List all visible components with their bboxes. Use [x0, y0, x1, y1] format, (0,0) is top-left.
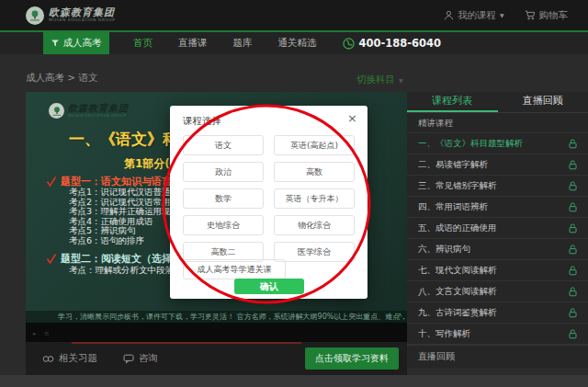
lesson-item-1[interactable]: 一、《语文》科目题型解析 — [407, 133, 588, 154]
nav-link-question-bank[interactable]: 题库 — [220, 37, 266, 50]
service-phone: 400-188-6040 — [343, 37, 442, 50]
breadcrumb: 成人高考 > 语文 — [26, 72, 97, 85]
subject-switch-label: 切换科目 — [356, 74, 395, 86]
tab-live-replay[interactable]: 直播回顾 — [498, 92, 588, 112]
nav-link-featured[interactable]: 通关精选 — [266, 37, 330, 50]
page-footer-strip — [0, 375, 588, 387]
lock-icon — [569, 202, 577, 212]
sidebar-live-replay-section[interactable]: 直播回顾 — [407, 345, 588, 368]
consult-button[interactable]: 咨询 — [123, 352, 158, 365]
confirm-button[interactable]: 确认 — [234, 279, 304, 294]
lesson-item-5[interactable]: 五、成语的正确使用 — [407, 218, 588, 239]
phone-number: 400-188-6040 — [359, 37, 442, 50]
my-courses-menu[interactable]: 我的课程 ▼ — [444, 9, 504, 22]
modal-title: 课程选择 — [183, 115, 221, 128]
sidebar-tabs: 课程列表 直播回顾 — [407, 92, 588, 113]
subject-button-chinese[interactable]: 语文 — [183, 135, 264, 155]
my-courses-label: 我的课程 — [458, 9, 496, 22]
phone-icon — [343, 38, 355, 50]
user-icon — [444, 10, 454, 20]
close-icon[interactable]: × — [347, 112, 357, 124]
chevron-down-icon: ▼ — [399, 77, 403, 84]
player-control-strip[interactable] — [26, 323, 407, 342]
chevron-down-icon: ▼ — [500, 12, 504, 18]
lesson-item-6[interactable]: 六、辨识病句 — [407, 239, 588, 260]
lesson-item-7[interactable]: 七、现代文阅读解析 — [407, 260, 588, 281]
tree-logo-icon — [26, 6, 44, 25]
lock-icon — [569, 160, 577, 170]
lesson-item-8[interactable]: 八、文言文阅读解析 — [407, 281, 588, 302]
lesson-list: 一、《语文》科目题型解析 二、易读错字解析 三、常见错别字解析 四、常用词语辨析… — [407, 133, 588, 345]
consult-label: 咨询 — [139, 352, 158, 365]
tab-course-list[interactable]: 课程列表 — [407, 92, 498, 112]
check-icon — [46, 253, 57, 265]
tree-logo-icon — [49, 103, 64, 119]
subject-button-math[interactable]: 数学 — [183, 188, 264, 209]
course-sidebar: 课程列表 直播回顾 精讲课程 一、《语文》科目题型解析 二、易读错字解析 三、常… — [407, 92, 588, 368]
header-actions: 我的课程 ▼ 购物车 — [444, 9, 568, 22]
chat-icon — [123, 354, 134, 364]
lock-icon — [569, 223, 577, 233]
lesson-item-3[interactable]: 三、常见错别字解析 — [407, 176, 588, 197]
subject-button-guide-course[interactable]: 成人高考导学通关课 — [183, 259, 286, 279]
nav-links: 首页 直播课 题库 通关精选 — [120, 37, 330, 50]
lesson-item-9[interactable]: 九、古诗词鉴赏解析 — [407, 302, 588, 324]
subject-button-physics-chem[interactable]: 物化综合 — [274, 215, 355, 235]
lock-icon — [569, 181, 577, 191]
subject-button-advmath[interactable]: 高数 — [274, 162, 355, 182]
lock-icon — [569, 308, 577, 318]
subject-button-medical[interactable]: 医学综合 — [274, 242, 355, 262]
slide-logo-title: 欧森教育集团 — [68, 104, 129, 113]
logo-text: 欧森教育集团 MOSEN EDUCATION GROUP — [49, 7, 115, 23]
subject-button-history-geo[interactable]: 史地综合 — [183, 215, 264, 235]
cart-label: 购物车 — [539, 9, 569, 22]
nav-category-label: 成人高考 — [63, 37, 102, 50]
nav-link-live[interactable]: 直播课 — [165, 37, 220, 50]
logo[interactable]: 欧森教育集团 MOSEN EDUCATION GROUP — [26, 6, 115, 25]
lock-icon — [569, 139, 577, 149]
player-controls-icons[interactable]: ▸ ≡ — [33, 330, 52, 337]
slide-logo-subtitle: MOSEN EDUCATION GROUP — [68, 113, 129, 118]
related-exercises-label: 相关习题 — [59, 352, 97, 365]
nav-link-home[interactable]: 首页 — [120, 37, 165, 50]
slide-logo-text: 欧森教育集团 MOSEN EDUCATION GROUP — [68, 104, 129, 118]
subject-button-politics[interactable]: 政治 — [183, 162, 264, 182]
logo-subtitle: MOSEN EDUCATION GROUP — [49, 17, 115, 23]
top-header: 欧森教育集团 MOSEN EDUCATION GROUP 我的课程 ▼ 购物车 — [0, 0, 588, 30]
lock-icon — [569, 245, 577, 255]
subject-button-english-hs[interactable]: 英语(高起点) — [274, 135, 355, 155]
subject-switch-dropdown[interactable]: 切换科目 ▼ — [356, 74, 403, 86]
lock-icon — [569, 329, 577, 339]
cart-button[interactable]: 购物车 — [525, 9, 569, 22]
lock-icon — [569, 287, 577, 297]
video-action-bar: 相关习题 咨询 点击领取学习资料 — [26, 342, 407, 375]
cart-icon — [525, 10, 536, 20]
subject-button-english-college[interactable]: 英语（专升本） — [274, 188, 355, 209]
collapse-marquee-button[interactable]: ＾ — [396, 311, 404, 323]
sidebar-section-title: 精讲课程 — [407, 113, 588, 133]
marquee-notice: 学习，清晰展示同步板书，课件可下载，学习更灵活！ 官方名师，系统讲解大纲90%以… — [26, 311, 407, 323]
subject-grid: 语文 英语(高起点) 政治 高数 数学 英语（专升本） 史地综合 物化综合 高数… — [183, 135, 355, 262]
lock-icon — [569, 266, 577, 276]
claim-materials-button[interactable]: 点击领取学习资料 — [305, 347, 399, 370]
lesson-item-10[interactable]: 十、写作解析 — [407, 324, 588, 345]
lesson-item-2[interactable]: 二、易读错字解析 — [407, 154, 588, 176]
slide-type2-point: 考点：理解或分析文中段落大 — [69, 265, 183, 277]
logo-title: 欧森教育集团 — [49, 7, 115, 17]
lesson-item-4[interactable]: 四、常用词语辨析 — [407, 197, 588, 218]
video-progress-bar[interactable] — [72, 342, 301, 344]
funnel-icon — [51, 40, 59, 47]
nav-category-adult-gaokao[interactable]: 成人高考 — [43, 32, 109, 54]
check-icon — [46, 176, 57, 188]
main-nav: 成人高考 首页 直播课 题库 通关精选 400-188-6040 — [0, 30, 588, 54]
link-icon — [42, 355, 54, 363]
related-exercises-button[interactable]: 相关习题 — [42, 352, 97, 365]
slide-logo: 欧森教育集团 MOSEN EDUCATION GROUP — [49, 103, 129, 119]
course-select-modal: 课程选择 × 语文 英语(高起点) 政治 高数 数学 英语（专升本） 史地综合 … — [170, 106, 368, 299]
